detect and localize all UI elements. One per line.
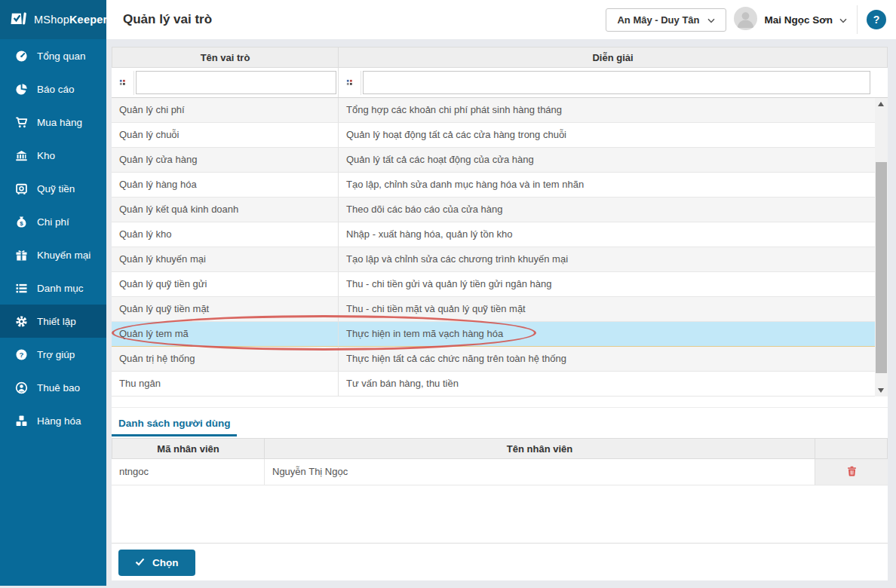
role-name-cell: Quản lý cửa hàng [112, 148, 338, 173]
role-desc-cell: Thu - chi tiền mặt và quản lý quỹ tiền m… [338, 297, 875, 322]
main-panel: Tên vai trò Diễn giải [112, 47, 888, 580]
role-name-cell: Quản lý quỹ tiền gửi [112, 272, 338, 297]
role-name-filter-input[interactable] [136, 71, 336, 94]
vertical-scrollbar[interactable] [875, 98, 888, 397]
scroll-down-arrow[interactable] [875, 384, 888, 397]
scroll-up-arrow[interactable] [875, 98, 888, 110]
role-name-cell: Quản lý hàng hóa [112, 173, 338, 198]
svg-text:$: $ [20, 219, 23, 226]
role-name-cell: Quản lý chi phí [112, 98, 338, 123]
users-section: Danh sách người dùng Mã nhân viên Tên nh… [112, 407, 888, 485]
choose-button[interactable]: Chọn [118, 550, 195, 576]
table-row[interactable]: Quản lý hàng hóa Tạo lập, chỉnh sửa danh… [112, 173, 888, 198]
table-row[interactable]: Quản lý quỹ tiền gửi Thu - chi tiền gửi … [112, 272, 888, 297]
table-row[interactable]: Quản lý quỹ tiền mặt Thu - chi tiền mặt … [112, 297, 888, 322]
employee-name-cell: Nguyễn Thị Ngọc [264, 459, 815, 485]
cart-icon [14, 115, 28, 129]
roles-table: Tên vai trò Diễn giải [112, 47, 888, 397]
chevron-down-icon [707, 14, 715, 26]
role-desc-cell: Thực hiện tất cả các chức năng trên toàn… [338, 347, 875, 372]
sidebar-item-khuyen-mai[interactable]: Khuyến mại [0, 238, 106, 271]
avatar [734, 7, 757, 32]
panel-footer: Chọn [112, 543, 888, 580]
delete-user-button[interactable] [846, 465, 858, 479]
trash-icon [846, 465, 858, 479]
roles-table-body: Quản lý chi phí Tổng hợp các khoản chi p… [112, 98, 888, 397]
table-row[interactable]: Quản lý khuyến mại Tạo lập và chỉnh sửa … [112, 247, 888, 272]
shopping-bag-logo-icon [10, 9, 28, 30]
sidebar-item-label: Báo cáo [37, 84, 75, 95]
tab-user-list[interactable]: Danh sách người dùng [112, 408, 237, 436]
dashboard-icon [14, 49, 28, 63]
role-desc-cell: Quản lý hoạt động tất cả các cửa hàng tr… [338, 123, 875, 148]
user-name: Mai Ngọc Sơn [764, 14, 833, 26]
check-icon [135, 557, 145, 568]
brand-name: MShopKeeper [34, 14, 107, 26]
sidebar-item-thiet-lap[interactable]: Thiết lập [0, 305, 106, 338]
sidebar-item-label: Tổng quan [37, 51, 86, 62]
table-row[interactable]: Quản lý chuỗi Quản lý hoạt động tất cả c… [112, 123, 888, 148]
user-row[interactable]: ntngoc Nguyễn Thị Ngọc [112, 459, 888, 485]
column-header-employee-code[interactable]: Mã nhân viên [112, 438, 264, 459]
roles-table-header: Tên vai trò Diễn giải [112, 47, 888, 68]
column-header-actions [815, 438, 888, 459]
role-name-cell: Quản lý tem mã [112, 322, 338, 347]
sidebar-item-quy-tien[interactable]: Quỹ tiền [0, 172, 106, 205]
help-button[interactable]: ? [867, 10, 886, 29]
sidebar-item-danh-muc[interactable]: Danh mục [0, 271, 106, 305]
scrollbar-thumb[interactable] [876, 162, 887, 373]
column-header-role-name[interactable]: Tên vai trò [112, 47, 338, 68]
sidebar-item-label: Trợ giúp [37, 349, 75, 360]
sidebar-item-label: Chi phí [37, 216, 69, 228]
sidebar-item-label: Hàng hóa [37, 415, 81, 427]
table-row[interactable]: Quản lý chi phí Tổng hợp các khoản chi p… [112, 98, 888, 123]
sidebar-item-thue-bao[interactable]: Thuê bao [0, 371, 106, 404]
sidebar-item-tro-giup[interactable]: ? Trợ giúp [0, 338, 106, 371]
actions-cell [815, 459, 888, 485]
sidebar-item-hang-hoa[interactable]: Hàng hóa [0, 404, 106, 437]
sidebar-item-label: Danh mục [37, 283, 84, 294]
user-menu[interactable]: Mai Ngọc Sơn [734, 8, 847, 32]
store-selector-dropdown[interactable]: An Mây - Duy Tân [606, 8, 726, 32]
svg-text:?: ? [19, 351, 23, 359]
role-name-cell: Thu ngân [112, 372, 338, 397]
money-bag-icon: $ [14, 215, 28, 228]
table-row[interactable]: Quản trị hệ thống Thực hiện tất cả các c… [112, 347, 888, 372]
column-header-employee-name[interactable]: Tên nhân viên [264, 438, 815, 459]
sidebar-nav: Tổng quan Báo cáo Mua hàng Kho [0, 39, 106, 437]
pie-chart-icon [14, 82, 28, 96]
sidebar-item-label: Thuê bao [37, 382, 80, 394]
role-name-cell: Quản trị hệ thống [112, 347, 338, 372]
filter-operator-icon [346, 77, 353, 88]
sidebar-item-chi-phi[interactable]: $ Chi phí [0, 205, 106, 238]
sidebar-item-kho[interactable]: Kho [0, 139, 106, 172]
role-name-cell: Quản lý kết quả kinh doanh [112, 198, 338, 222]
table-row[interactable]: Thu ngân Tư vấn bán hàng, thu tiền [112, 372, 888, 397]
role-desc-cell: Tư vấn bán hàng, thu tiền [338, 372, 875, 397]
table-row[interactable]: Quản lý cửa hàng Quản lý tất cả các hoạt… [112, 148, 888, 173]
column-header-role-desc[interactable]: Diễn giải [338, 47, 888, 68]
filter-operator-button[interactable] [339, 71, 361, 95]
sidebar-item-mua-hang[interactable]: Mua hàng [0, 106, 106, 139]
role-name-cell: Quản lý khuyến mại [112, 247, 338, 272]
users-table: Mã nhân viên Tên nhân viên ntngoc Nguyễn… [112, 438, 888, 485]
gear-icon [14, 314, 28, 328]
role-desc-cell: Theo dõi các báo cáo của cửa hàng [338, 198, 875, 222]
role-name-cell: Quản lý quỹ tiền mặt [112, 297, 338, 322]
role-desc-cell: Tạo lập và chỉnh sửa các chương trình kh… [338, 247, 875, 272]
role-desc-cell: Quản lý tất cả các hoạt động của cửa hàn… [338, 148, 875, 173]
subscriber-icon [14, 381, 28, 394]
filter-operator-button[interactable] [112, 71, 134, 95]
list-icon [14, 281, 28, 295]
table-row[interactable]: Quản lý kết quả kinh doanh Theo dõi các … [112, 198, 888, 222]
role-desc-cell: Tạo lập, chỉnh sửa danh mục hàng hóa và … [338, 173, 875, 198]
table-row-selected[interactable]: Quản lý tem mã Thực hiện in tem mã vạch … [112, 322, 888, 347]
sidebar-item-label: Thiết lập [37, 316, 76, 327]
filter-operator-icon [119, 77, 126, 88]
sidebar-item-bao-cao[interactable]: Báo cáo [0, 72, 106, 106]
sidebar-item-tong-quan[interactable]: Tổng quan [0, 39, 106, 72]
role-desc-filter-input[interactable] [363, 71, 870, 94]
sidebar: MShopKeeper Tổng quan Báo cáo Mua hàng [0, 0, 106, 586]
table-row[interactable]: Quản lý kho Nhập - xuất hàng hóa, quản l… [112, 222, 888, 247]
app-logo[interactable]: MShopKeeper [0, 0, 106, 39]
